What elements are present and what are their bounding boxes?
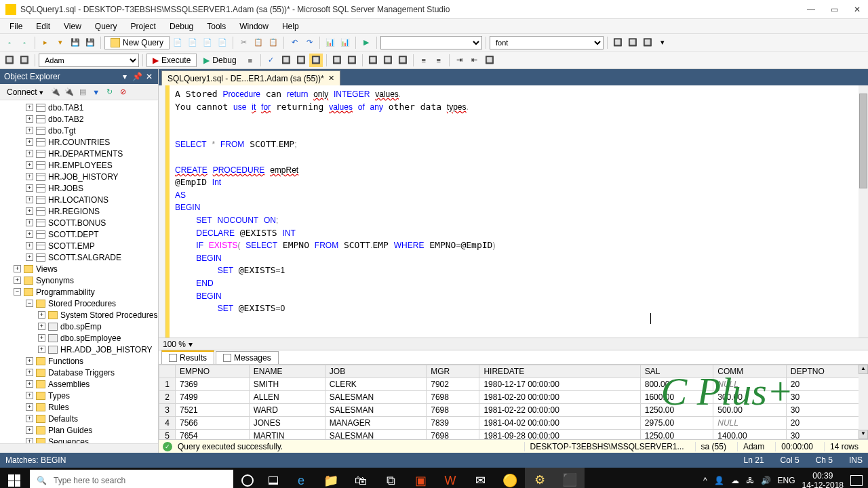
cell[interactable]: 3 [159, 404, 176, 417]
tree-item[interactable]: −Stored Procedures [0, 298, 158, 309]
cell[interactable]: 7698 [427, 430, 479, 440]
indent-icon[interactable]: ⇥ [453, 54, 467, 67]
column-header[interactable]: JOB [325, 365, 426, 378]
expand-icon[interactable]: + [26, 127, 33, 134]
tree-item[interactable]: +HR.LOCATIONS [0, 194, 158, 205]
menu-window[interactable]: Window [233, 20, 275, 33]
tree-item[interactable]: +HR.ADD_JOB_HISTORY [0, 344, 158, 355]
cell[interactable]: SALESMAN [325, 404, 426, 417]
cell[interactable]: NULL [713, 417, 787, 430]
expand-icon[interactable]: + [26, 380, 33, 388]
forward-button[interactable]: ◦ [18, 36, 31, 49]
maximize-button[interactable]: ▭ [829, 4, 840, 15]
cell[interactable]: 7654 [176, 430, 250, 440]
cell[interactable]: JONES [249, 417, 325, 430]
cell[interactable]: 1250.00 [640, 430, 713, 440]
tree-item[interactable]: +System Stored Procedures [0, 309, 158, 321]
expand-icon[interactable]: + [26, 115, 33, 123]
results-vertical-scrollbar[interactable]: ▲ ▼ [859, 365, 868, 439]
oe-icon[interactable]: ▤ [77, 87, 88, 98]
undo-icon[interactable]: ↶ [288, 36, 301, 49]
close-panel-icon[interactable]: ✕ [144, 72, 154, 81]
taskbar-app-wps[interactable]: W [435, 468, 465, 488]
copy-icon[interactable]: 📋 [252, 36, 265, 49]
tree-item[interactable]: +HR.JOB_HISTORY [0, 171, 158, 182]
tree-item[interactable]: +Plan Guides [0, 424, 158, 436]
tray-notifications-icon[interactable] [850, 475, 863, 486]
zoom-value[interactable]: 100 % [163, 340, 186, 349]
expand-icon[interactable]: + [14, 265, 21, 272]
cell[interactable]: 2 [159, 391, 176, 404]
cell[interactable]: 2975.00 [640, 417, 713, 430]
tree-item[interactable]: +SCOTT.BONUS [0, 217, 158, 228]
tree-item[interactable]: +HR.EMPLOYEES [0, 159, 158, 171]
expand-icon[interactable]: − [26, 300, 33, 307]
cell[interactable]: CLERK [325, 378, 426, 391]
tree-item[interactable]: +SCOTT.DEPT [0, 228, 158, 240]
tree-item[interactable]: +dbo.spEmployee [0, 332, 158, 344]
tray-lang[interactable]: ENG [778, 476, 795, 485]
combo-1[interactable] [380, 36, 482, 49]
tree-item[interactable]: +HR.COUNTRIES [0, 136, 158, 148]
tree-item[interactable]: +Database Triggers [0, 367, 158, 378]
connect-button[interactable]: Connect ▾ [3, 86, 47, 98]
tree-item[interactable]: +SCOTT.SALGRADE [0, 251, 158, 263]
tray-chevron-icon[interactable]: ^ [703, 476, 707, 485]
expand-icon[interactable]: + [14, 277, 21, 284]
tool-icon[interactable]: 🔲 [18, 54, 31, 67]
system-tray[interactable]: ^ 👤 ☁ 🖧 🔊 ENG 00:39 14-12-2018 [703, 471, 868, 488]
new-query-button[interactable]: New Query [104, 36, 170, 49]
code-editor[interactable]: A Stored Procedure can return only INTEG… [159, 85, 868, 338]
tray-network-icon[interactable]: 🖧 [746, 476, 754, 485]
table-row[interactable]: 57654MARTINSALESMAN76981981-09-28 00:00:… [159, 430, 868, 440]
expand-icon[interactable]: + [26, 196, 33, 203]
code-text[interactable]: A Stored Procedure can return only INTEG… [170, 85, 868, 338]
cell[interactable]: WARD [249, 404, 325, 417]
tool-icon[interactable]: 🔲 [345, 54, 359, 67]
cell[interactable]: SALESMAN [325, 391, 426, 404]
scroll-down-icon[interactable]: ▼ [859, 430, 868, 439]
taskbar-app-obs[interactable]: ⬛ [555, 468, 585, 488]
taskbar-app-explorer[interactable]: 📁 [316, 468, 346, 488]
cell[interactable]: SALESMAN [325, 430, 426, 440]
cell[interactable]: 7698 [427, 404, 479, 417]
expand-icon[interactable]: + [26, 138, 33, 146]
menu-query[interactable]: Query [88, 20, 124, 33]
outdent-icon[interactable]: ⇤ [468, 54, 481, 67]
tree-item[interactable]: +Synonyms [0, 274, 158, 286]
messages-tab[interactable]: Messages [216, 351, 279, 364]
cell[interactable]: 1980-12-17 00:00:00 [479, 378, 640, 391]
cell[interactable]: 20 [786, 378, 867, 391]
menu-help[interactable]: Help [275, 20, 306, 33]
taskbar-app-edge[interactable]: e [286, 468, 316, 488]
tree-item[interactable]: +HR.JOBS [0, 182, 158, 194]
expand-icon[interactable]: + [26, 403, 33, 411]
paste-icon[interactable]: 📋 [267, 36, 280, 49]
cell[interactable]: 1981-09-28 00:00:00 [479, 430, 640, 440]
taskbar-app-mail[interactable]: ✉ [465, 468, 495, 488]
object-explorer-tree[interactable]: +dbo.TAB1+dbo.TAB2+dbo.Tgt+HR.COUNTRIES+… [0, 100, 158, 443]
cell[interactable]: 30 [786, 391, 867, 404]
oe-icon[interactable]: ⊘ [118, 87, 129, 98]
cell[interactable]: 7521 [176, 404, 250, 417]
tray-people-icon[interactable]: 👤 [714, 476, 724, 485]
cell[interactable]: 7499 [176, 391, 250, 404]
table-row[interactable]: 47566JONESMANAGER78391981-04-02 00:00:00… [159, 417, 868, 430]
tree-item[interactable]: +dbo.spEmp [0, 321, 158, 332]
tool-icon[interactable]: 🔲 [381, 54, 395, 67]
minimize-button[interactable]: — [806, 4, 816, 15]
close-button[interactable]: ✕ [852, 4, 863, 15]
zoom-dropdown-icon[interactable]: ▾ [189, 340, 193, 349]
expand-icon[interactable]: + [26, 392, 33, 399]
oe-icon[interactable]: ↻ [104, 87, 115, 98]
scroll-up-icon[interactable]: ▲ [859, 365, 868, 374]
cortana-button[interactable] [235, 474, 260, 487]
expand-icon[interactable]: + [26, 253, 33, 261]
oe-icon[interactable]: 🔌 [50, 87, 61, 98]
open-button[interactable]: ▾ [54, 36, 67, 49]
cell[interactable]: 20 [786, 417, 867, 430]
oe-icon[interactable]: ▼ [91, 87, 102, 98]
tool-icon[interactable]: 🔲 [330, 54, 344, 67]
cell[interactable]: 1981-02-20 00:00:00 [479, 391, 640, 404]
tool-icon[interactable]: 📄 [171, 36, 184, 49]
